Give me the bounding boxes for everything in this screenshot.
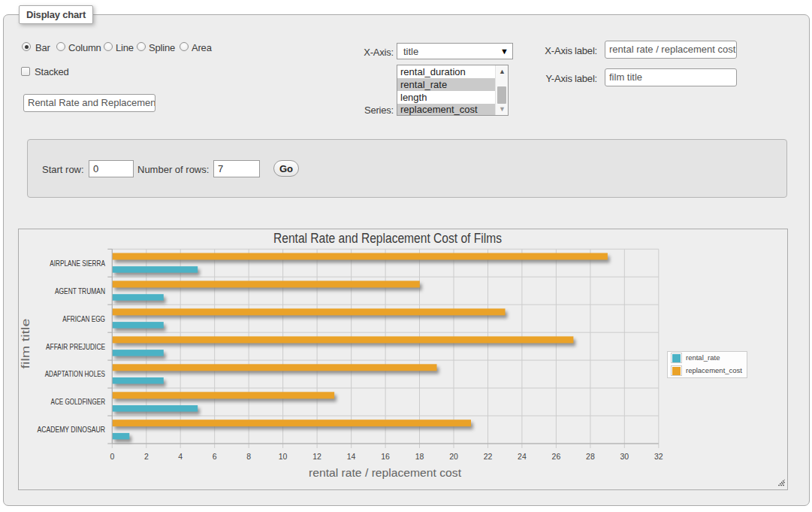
svg-text:rental_rate: rental_rate: [686, 353, 720, 362]
svg-text:30: 30: [620, 452, 629, 461]
svg-text:Rental Rate and Replacement Co: Rental Rate and Replacement Cost of Film…: [273, 231, 502, 246]
svg-text:AGENT TRUMAN: AGENT TRUMAN: [55, 286, 105, 295]
svg-text:film title: film title: [19, 319, 32, 369]
svg-text:4: 4: [178, 452, 183, 461]
svg-text:16: 16: [381, 452, 390, 461]
svg-text:ACE GOLDFINGER: ACE GOLDFINGER: [51, 397, 106, 406]
svg-text:ADAPTATION HOLES: ADAPTATION HOLES: [45, 369, 105, 378]
svg-text:AFFAIR PREJUDICE: AFFAIR PREJUDICE: [46, 342, 105, 351]
svg-text:28: 28: [586, 452, 595, 461]
svg-text:2: 2: [144, 452, 149, 461]
svg-text:0: 0: [110, 452, 114, 461]
svg-text:24: 24: [518, 452, 527, 461]
svg-text:AIRPLANE SIERRA: AIRPLANE SIERRA: [50, 259, 105, 268]
svg-text:ACADEMY DINOSAUR: ACADEMY DINOSAUR: [37, 425, 105, 434]
svg-text:rental rate / replacement cost: rental rate / replacement cost: [309, 466, 462, 479]
svg-text:32: 32: [654, 452, 663, 461]
svg-text:10: 10: [279, 452, 288, 461]
svg-text:replacement_cost: replacement_cost: [686, 366, 742, 374]
svg-text:20: 20: [449, 452, 458, 461]
svg-text:8: 8: [246, 452, 251, 461]
svg-text:14: 14: [347, 452, 356, 461]
svg-text:26: 26: [552, 452, 561, 461]
svg-text:22: 22: [484, 452, 493, 461]
svg-text:12: 12: [312, 452, 321, 461]
svg-text:6: 6: [213, 452, 217, 461]
svg-text:AFRICAN EGG: AFRICAN EGG: [62, 314, 105, 323]
svg-text:18: 18: [415, 452, 424, 461]
